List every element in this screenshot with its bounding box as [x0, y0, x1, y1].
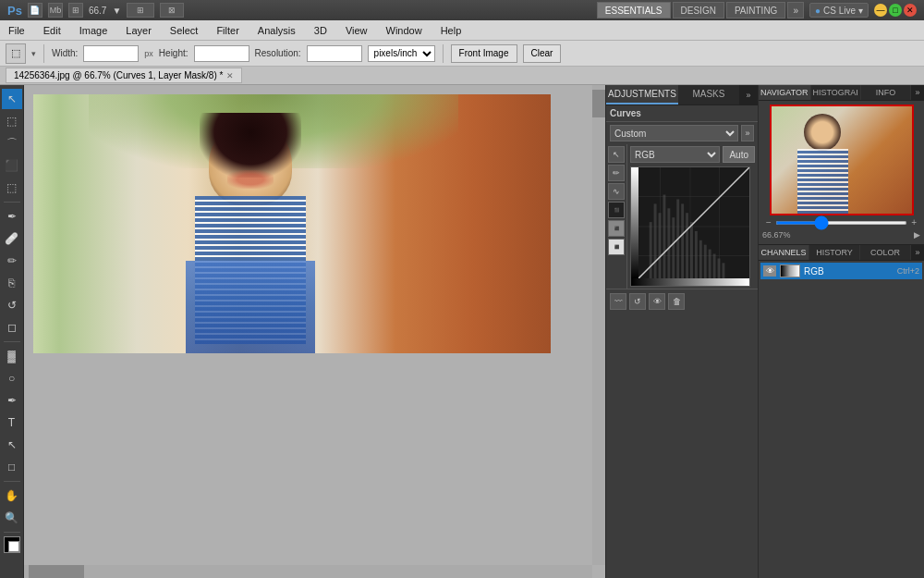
canvas-scrollbar-horizontal[interactable] [24, 565, 592, 578]
tool-hand[interactable]: ✋ [2, 486, 22, 506]
curves-tool-white[interactable]: ◾ [608, 239, 625, 255]
tab-channels[interactable]: CHANNELS [759, 245, 809, 260]
tool-eraser[interactable]: ◻ [2, 317, 22, 338]
tab-info[interactable]: INFO [861, 85, 911, 100]
menu-window[interactable]: Window [383, 23, 425, 38]
curves-tool-pointer[interactable]: ↖ [608, 146, 625, 163]
tab-navigator[interactable]: NAVIGATOR [759, 85, 811, 100]
menu-filter[interactable]: Filter [213, 23, 241, 38]
tool-path-select[interactable]: ↖ [2, 435, 22, 455]
navigator-preview-image[interactable] [772, 106, 912, 214]
tab-essentials[interactable]: ESSENTIALS [597, 2, 671, 18]
channel-rgb-row[interactable]: 👁 RGB Ctrl+2 [760, 263, 922, 279]
channels-expand[interactable]: » [911, 245, 924, 260]
close-button[interactable]: ✕ [904, 4, 917, 17]
adj-icon-visibility[interactable]: 👁 [649, 293, 665, 310]
tool-marquee[interactable]: ⬚ [2, 111, 22, 131]
tool-brush[interactable]: ✏ [2, 251, 22, 271]
tool-gradient[interactable]: ▓ [2, 346, 22, 366]
resolution-unit-select[interactable]: pixels/inch [368, 45, 435, 62]
tool-history-brush[interactable]: ↺ [2, 295, 22, 315]
canvas-scrollbar-vertical[interactable] [592, 85, 605, 565]
tool-dodge[interactable]: ○ [2, 368, 22, 388]
tool-crop[interactable]: ⬚ [2, 178, 22, 198]
resolution-input[interactable] [307, 45, 362, 62]
svg-rect-10 [663, 195, 665, 286]
tool-type[interactable]: T [2, 412, 22, 433]
bridge-icon[interactable]: Mb [48, 3, 63, 18]
tool-lasso[interactable]: ⌒ [2, 133, 22, 154]
tab-masks[interactable]: MASKS [678, 85, 739, 105]
zoom-in-button[interactable]: + [911, 217, 917, 228]
zoom-out-button[interactable]: − [766, 217, 772, 228]
adj-expand-button[interactable]: » [739, 85, 758, 105]
curves-tool-smooth[interactable]: ∿ [608, 183, 625, 200]
curves-graph[interactable] [630, 166, 750, 287]
tool-heal[interactable]: 🩹 [2, 228, 22, 249]
clear-button[interactable]: Clear [523, 44, 562, 63]
channel-select[interactable]: RGB [630, 146, 720, 163]
nav-panel-expand[interactable]: » [911, 85, 924, 100]
curves-main: RGB Auto [627, 144, 758, 289]
menu-analysis[interactable]: Analysis [255, 23, 298, 38]
tab-color[interactable]: COLOR [860, 245, 911, 260]
curves-tool-gray[interactable]: ◾ [608, 220, 625, 237]
nav-scroll-right[interactable]: ▶ [914, 230, 920, 240]
adj-icon-reset[interactable]: ↺ [629, 293, 646, 310]
tool-zoom[interactable]: 🔍 [2, 508, 22, 528]
menu-layer[interactable]: Layer [123, 23, 154, 38]
menu-edit[interactable]: Edit [41, 23, 64, 38]
divider-2 [443, 44, 444, 63]
width-input[interactable] [83, 45, 139, 62]
tab-painting[interactable]: PAINTING [726, 2, 785, 18]
menubar: File Edit Image Layer Select Filter Anal… [0, 20, 924, 41]
menu-select[interactable]: Select [167, 23, 201, 38]
tool-pen[interactable]: ✒ [2, 390, 22, 411]
window-controls: — □ ✕ [874, 4, 917, 17]
adj-expand-icon[interactable]: » [741, 125, 754, 141]
document-close-button[interactable]: ✕ [226, 71, 234, 80]
tab-design[interactable]: DESIGN [673, 2, 724, 18]
canvas-image[interactable] [33, 94, 551, 353]
foreground-color[interactable] [4, 536, 20, 553]
menu-file[interactable]: File [6, 23, 28, 38]
document-tab[interactable]: 14256364.jpg @ 66.7% (Curves 1, Layer Ma… [6, 68, 242, 83]
zoom-display: 66.7 [89, 6, 106, 16]
adj-icon-delete[interactable]: 🗑 [668, 293, 685, 310]
zoom-slider[interactable] [775, 221, 907, 225]
channel-eye-icon[interactable]: 👁 [763, 265, 776, 277]
background-color[interactable] [8, 541, 19, 552]
minimize-button[interactable]: — [874, 4, 887, 17]
menu-3d[interactable]: 3D [311, 23, 330, 38]
file-icon[interactable]: 📄 [28, 3, 43, 18]
menu-view[interactable]: View [343, 23, 371, 38]
tool-options-icon[interactable]: ⬚ [6, 43, 26, 64]
main-layout: ↖ ⬚ ⌒ ⬛ ⬚ ✒ 🩹 ✏ ⎘ ↺ ◻ ▓ ○ ✒ T ↖ □ ✋ 🔍 [0, 85, 924, 578]
arrange-icon[interactable]: ⊞ [127, 3, 154, 18]
tab-history[interactable]: HISTORY [809, 245, 860, 260]
layout-icon[interactable]: ⊠ [160, 3, 184, 18]
curves-preset-select[interactable]: Custom [610, 125, 738, 141]
tab-adjustments[interactable]: ADJUSTMENTS [606, 85, 678, 105]
adj-icon-curve[interactable]: 〰 [610, 293, 626, 310]
curves-tool-draw[interactable]: ✏ [608, 165, 625, 181]
tool-quickselect[interactable]: ⬛ [2, 155, 22, 176]
view-icon[interactable]: ⊞ [68, 3, 83, 18]
height-input[interactable] [194, 45, 249, 62]
tool-eyedropper[interactable]: ✒ [2, 206, 22, 227]
zoom-percentage-display: 66.67% ▶ [762, 229, 920, 240]
front-image-button[interactable]: Front Image [451, 44, 517, 63]
maximize-button[interactable]: □ [889, 4, 902, 17]
workspace-more-button[interactable]: » [787, 2, 804, 18]
tab-histogram[interactable]: HISTOGRAI [811, 85, 861, 100]
tool-move[interactable]: ↖ [2, 89, 22, 109]
navigator-zoom-row: − + [762, 215, 920, 229]
curves-tool-black[interactable]: ◾ [608, 202, 625, 218]
document-title: 14256364.jpg @ 66.7% (Curves 1, Layer Ma… [14, 70, 223, 80]
menu-image[interactable]: Image [77, 23, 111, 38]
auto-button[interactable]: Auto [723, 146, 755, 163]
cs-live-button[interactable]: ● CS Live ▾ [809, 3, 869, 18]
menu-help[interactable]: Help [438, 23, 465, 38]
tool-shape[interactable]: □ [2, 457, 22, 477]
tool-clone[interactable]: ⎘ [2, 273, 22, 293]
